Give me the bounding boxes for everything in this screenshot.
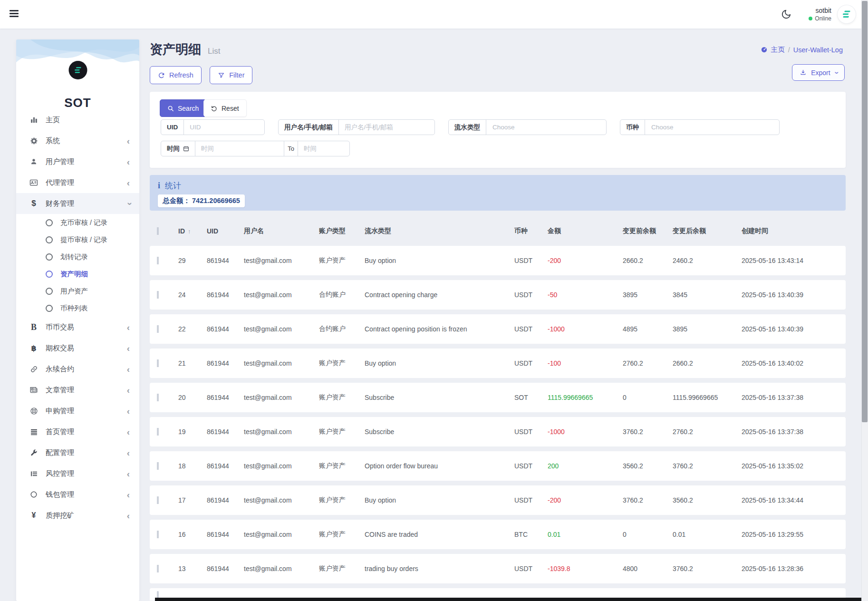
life-ring-icon [28, 407, 39, 415]
total-amount-badge: 总金额： 7421.20669665 [158, 194, 245, 207]
column-header[interactable]: 变更后余额 [666, 227, 735, 235]
sidebar-item-8[interactable]: 永续合约‹ [16, 359, 139, 379]
sort-asc-icon[interactable]: ↑ [188, 228, 191, 235]
sidebar-item-2[interactable]: 系统‹ [16, 130, 139, 151]
column-header[interactable]: 币种 [508, 227, 541, 235]
row-select-cell [150, 325, 172, 333]
row-checkbox[interactable] [157, 428, 159, 436]
online-dot-icon [809, 17, 812, 20]
filter-button[interactable]: Filter [210, 66, 252, 84]
table-row: 18861944test@gmail.com账户资产Option order f… [150, 451, 846, 481]
sidebar-item-15[interactable]: ¥质押挖矿‹ [16, 505, 139, 526]
row-checkbox[interactable] [157, 565, 159, 572]
cell-amount: -200 [541, 257, 616, 264]
cell-before-balance: 3560.2 [616, 462, 666, 470]
sidebar-item-3[interactable]: 用户管理‹ [16, 151, 139, 172]
column-header[interactable]: ID↑ [172, 227, 200, 235]
sidebar-item-10[interactable]: 申购管理‹ [16, 400, 139, 421]
sidebar-item-5[interactable]: $财务管理‹ [16, 193, 139, 214]
sidebar-subitem-4[interactable]: 资产明细 [16, 265, 139, 282]
cell-username: test@gmail.com [237, 531, 312, 538]
select-all-checkbox[interactable] [157, 227, 159, 235]
cell-after-balance: 2760.2 [666, 428, 735, 436]
sidebar-subitem-2[interactable]: 提币审核 / 记录 [16, 231, 139, 248]
breadcrumb-current[interactable]: User-Wallet-Log [793, 46, 843, 54]
sidebar-item-6[interactable]: B币币交易‹ [16, 317, 139, 338]
column-header[interactable]: 金额 [541, 227, 616, 235]
sidebar-item-13[interactable]: 风控管理‹ [16, 463, 139, 484]
sidebar-subitem-6[interactable]: 币种列表 [16, 300, 139, 317]
column-header[interactable]: 创建时间 [735, 227, 846, 235]
column-header[interactable]: UID [200, 227, 237, 235]
sidebar-item-7[interactable]: ฿期权交易‹ [16, 338, 139, 359]
sidebar-item-14[interactable]: 钱包管理‹ [16, 484, 139, 505]
sidebar-item-label: 首页管理 [46, 427, 127, 436]
user-input[interactable] [339, 120, 429, 135]
chevron-left-icon: ‹ [127, 448, 130, 457]
sidebar-item-9[interactable]: 文章管理‹ [16, 379, 139, 400]
bitcoin-icon: ฿ [28, 344, 39, 353]
sidebar-subitem-label: 提币审核 / 记录 [60, 235, 107, 244]
row-checkbox[interactable] [157, 531, 159, 538]
cell-coin: USDT [508, 325, 541, 333]
cell-username: test@gmail.com [237, 291, 312, 299]
row-checkbox[interactable] [157, 359, 159, 367]
row-checkbox[interactable] [157, 291, 159, 299]
navbar-right: sotbit Online [781, 0, 856, 29]
uid-input[interactable] [184, 120, 258, 135]
cell-uid: 861944 [200, 359, 237, 367]
cell-uid: 861944 [200, 565, 237, 572]
cell-before-balance: 2660.2 [616, 257, 666, 264]
sidebar-subitem-5[interactable]: 用户资产 [16, 282, 139, 300]
row-checkbox[interactable] [157, 325, 159, 333]
info-icon: i [158, 181, 160, 191]
sidebar-subitem-3[interactable]: 划转记录 [16, 248, 139, 265]
scrollbar-thumb[interactable] [862, 1, 868, 422]
cell-coin: USDT [508, 496, 541, 504]
cell-id: 18 [172, 462, 200, 470]
sidebar-item-4[interactable]: 代理管理‹ [16, 172, 139, 193]
row-checkbox[interactable] [157, 462, 159, 470]
flow-type-select[interactable]: Choose [486, 120, 606, 135]
lines-icon [28, 428, 39, 436]
coin-select[interactable]: Choose [645, 120, 779, 135]
row-checkbox[interactable] [157, 496, 159, 504]
chevron-left-icon: ‹ [127, 490, 130, 499]
row-select-cell [150, 428, 172, 436]
user-info[interactable]: sotbit Online [809, 7, 831, 22]
time-label: 时间 [161, 141, 195, 156]
column-header[interactable]: 用户名 [237, 227, 312, 235]
sidebar-subitem-1[interactable]: 充币审核 / 记录 [16, 214, 139, 231]
refresh-button[interactable]: Refresh [150, 66, 202, 84]
export-button[interactable]: Export ‹ [792, 64, 845, 81]
time-to-input[interactable] [298, 141, 349, 156]
search-label: Search [178, 105, 199, 112]
row-checkbox[interactable] [157, 394, 159, 401]
search-button[interactable]: Search [160, 99, 206, 117]
yen-icon: ¥ [28, 511, 39, 520]
column-header[interactable]: 账户类型 [312, 227, 358, 235]
page-scrollbar[interactable] [861, 0, 868, 601]
dark-mode-moon-icon[interactable] [781, 9, 791, 19]
row-checkbox[interactable] [157, 257, 159, 264]
time-from-input[interactable] [195, 141, 284, 156]
sidebar-item-1[interactable]: 主页 [16, 109, 139, 130]
cell-coin: USDT [508, 257, 541, 264]
column-header[interactable]: 流水类型 [358, 227, 508, 235]
breadcrumb-home[interactable]: 主页 [771, 45, 785, 54]
sidebar-logo[interactable] [68, 61, 87, 79]
sidebar-item-12[interactable]: 配置管理‹ [16, 442, 139, 463]
avatar[interactable] [838, 5, 856, 23]
reset-button[interactable]: Reset [203, 99, 247, 117]
page-title: 资产明细 [150, 41, 201, 58]
sidebar-item-label: 质押挖矿 [46, 511, 127, 520]
sidebar-item-11[interactable]: 首页管理‹ [16, 421, 139, 442]
sidebar-menu: 主页系统‹用户管理‹代理管理‹$财务管理‹充币审核 / 记录提币审核 / 记录划… [16, 109, 139, 526]
column-header[interactable]: 变更前余额 [616, 227, 666, 235]
cell-created-time: 2025-05-16 13:40:02 [735, 359, 846, 367]
bullet-circle-icon [46, 253, 53, 261]
chevron-left-icon: ‹ [127, 469, 130, 478]
cell-flow-type: Buy option [358, 257, 508, 264]
cell-flow-type: Contract opening position is frozen [358, 325, 508, 333]
hamburger-menu-icon[interactable] [10, 10, 20, 19]
